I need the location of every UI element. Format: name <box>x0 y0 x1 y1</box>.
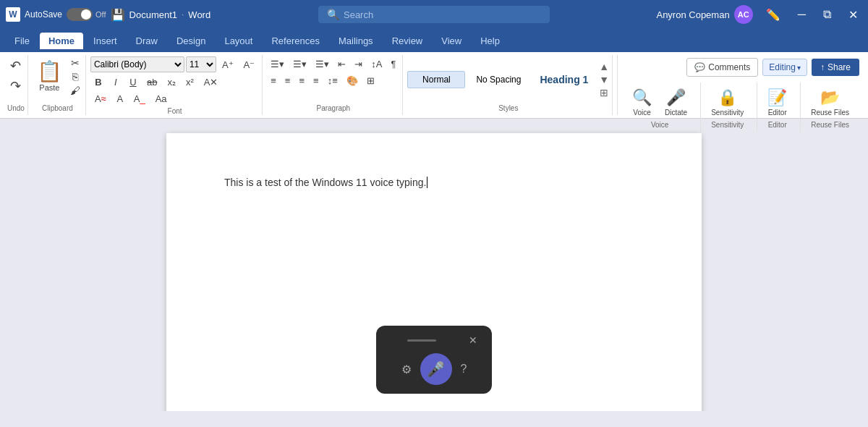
strikethrough-button[interactable]: ab <box>142 75 161 89</box>
undo-button[interactable]: ↶ <box>7 56 24 75</box>
redo-button[interactable]: ↷ <box>7 77 24 96</box>
line-spacing-button[interactable]: ↕≡ <box>324 73 341 88</box>
style-heading1[interactable]: Heading 1 <box>532 70 596 89</box>
clipboard-group-content: 📋 Paste ✂ ⎘ 🖌 <box>33 56 82 103</box>
underline-button[interactable]: U <box>125 75 141 89</box>
font-row3: A≈ A A_ Aa <box>90 91 259 106</box>
font-row2: B I U ab x₂ x² A✕ <box>90 75 259 89</box>
sort-button[interactable]: ↕A <box>367 56 386 71</box>
show-hide-button[interactable]: ¶ <box>387 56 399 71</box>
tab-view[interactable]: View <box>433 33 470 49</box>
styles-expand[interactable]: ⊞ <box>599 87 609 98</box>
tab-file[interactable]: File <box>6 33 38 49</box>
sensitivity-button[interactable]: 🔒 Sensitivity <box>707 85 748 119</box>
voice-label: Voice <box>633 109 650 117</box>
grow-font-button[interactable]: A⁺ <box>218 57 238 72</box>
restore-button[interactable]: ⧉ <box>819 7 835 22</box>
paragraph-label: Paragraph <box>316 104 350 114</box>
format-painter-button[interactable]: 🖌 <box>68 84 82 97</box>
bold-button[interactable]: B <box>90 75 106 89</box>
font-size-selector[interactable]: 11 <box>186 56 216 72</box>
editor-icon: 📝 <box>767 88 787 107</box>
superscript-button[interactable]: x² <box>182 75 198 89</box>
reuse-files-button[interactable]: 📂 Reuse Files <box>807 85 854 119</box>
font-group-content: Calibri (Body) 11 A⁺ A⁻ B I U ab x₂ x² A… <box>90 56 259 106</box>
tab-draw[interactable]: Draw <box>127 33 166 49</box>
style-normal[interactable]: Normal <box>407 71 465 88</box>
title-bar-left: W AutoSave Off 💾 Document1 · Word <box>6 7 287 22</box>
bullets-button[interactable]: ☰▾ <box>267 56 288 71</box>
tab-layout[interactable]: Layout <box>216 33 261 49</box>
close-button[interactable]: ✕ <box>844 7 862 23</box>
tab-review[interactable]: Review <box>383 33 432 49</box>
voice-settings-button[interactable]: ⚙ <box>401 363 412 376</box>
minimize-button[interactable]: ─ <box>793 7 810 22</box>
styles-group-content: Normal No Spacing Heading 1 ▲ ▼ ⊞ <box>407 56 609 103</box>
autosave-label: AutoSave <box>25 9 62 20</box>
style-no-spacing[interactable]: No Spacing <box>468 71 529 88</box>
toggle-off-label: Off <box>95 10 106 19</box>
italic-button[interactable]: I <box>108 75 124 89</box>
voice-search-button[interactable]: 🔍 Voice <box>628 85 656 119</box>
search-box[interactable]: 🔍 <box>318 6 550 23</box>
voice-help-button[interactable]: ? <box>461 363 467 376</box>
numbering-button[interactable]: ☰▾ <box>289 56 310 71</box>
editor-button[interactable]: 📝 Editor <box>763 85 791 119</box>
shading-button[interactable]: 🎨 <box>343 73 362 88</box>
justify-button[interactable]: ≡ <box>310 73 323 88</box>
tab-home[interactable]: Home <box>40 33 83 49</box>
clipboard-controls: 📋 Paste ✂ ⎘ 🖌 <box>33 56 82 97</box>
subscript-button[interactable]: x₂ <box>163 75 180 89</box>
search-input[interactable] <box>344 9 524 20</box>
multilevel-button[interactable]: ☰▾ <box>312 56 333 71</box>
shrink-font-button[interactable]: A⁻ <box>239 57 260 72</box>
comments-button[interactable]: 💬 Comments <box>686 58 758 77</box>
voice-controls: ⚙ 🎤 ? <box>401 353 467 385</box>
align-right-button[interactable]: ≡ <box>295 73 308 88</box>
borders-button[interactable]: ⊞ <box>363 73 378 88</box>
voice-drag-handle[interactable] <box>407 339 436 342</box>
paste-button[interactable]: 📋 Paste <box>33 56 67 97</box>
tab-design[interactable]: Design <box>168 33 214 49</box>
save-icon[interactable]: 💾 <box>111 8 125 22</box>
voice-group-label: Voice <box>651 121 668 129</box>
tab-mailings[interactable]: Mailings <box>330 33 382 49</box>
editor-group: 📝 Editor Editor <box>757 83 797 132</box>
document-title: Document1 <box>129 9 177 20</box>
styles-scroll-up[interactable]: ▲ <box>599 61 609 72</box>
styles-scroll-down[interactable]: ▼ <box>599 74 609 85</box>
sensitivity-group: 🔒 Sensitivity Sensitivity <box>700 83 754 132</box>
dictate-button[interactable]: 🎤 Dictate <box>660 85 692 119</box>
decrease-indent-button[interactable]: ⇤ <box>334 56 349 71</box>
tab-help[interactable]: Help <box>472 33 509 49</box>
document-body-text[interactable]: This is a test of the Windows 11 voice t… <box>224 177 644 188</box>
tab-references[interactable]: References <box>263 33 328 49</box>
document-page[interactable]: This is a test of the Windows 11 voice t… <box>166 133 702 411</box>
voice-mic-button[interactable]: 🎤 <box>420 353 452 385</box>
undo-group: ↶ ↷ Undo <box>4 55 28 115</box>
align-left-button[interactable]: ≡ <box>267 73 280 88</box>
font-color-button[interactable]: A_ <box>129 91 150 106</box>
autosave-toggle[interactable]: Off <box>67 8 106 21</box>
pen-icon[interactable]: ✏️ <box>762 7 785 23</box>
autosave-switch[interactable] <box>67 8 93 21</box>
cut-button[interactable]: ✂ <box>68 56 82 69</box>
sensitivity-group-label: Sensitivity <box>711 121 744 129</box>
increase-indent-button[interactable]: ⇥ <box>351 56 366 71</box>
editing-button[interactable]: Editing ▾ <box>762 59 807 76</box>
clear-formatting-button[interactable]: A✕ <box>200 75 223 89</box>
align-center-button[interactable]: ≡ <box>281 73 294 88</box>
font-caps-button[interactable]: Aa <box>151 91 171 106</box>
voice-close-button[interactable]: ✕ <box>469 334 477 346</box>
document-area[interactable]: This is a test of the Windows 11 voice t… <box>0 119 868 411</box>
share-button[interactable]: ↑ Share <box>812 59 859 76</box>
para-row2: ≡ ≡ ≡ ≡ ↕≡ 🎨 ⊞ <box>267 73 399 88</box>
voice-typing-widget: ✕ ⚙ 🎤 ? <box>376 326 492 394</box>
tab-insert[interactable]: Insert <box>85 33 126 49</box>
copy-button[interactable]: ⎘ <box>68 70 82 83</box>
highlight-button[interactable]: A <box>112 91 128 106</box>
text-effects-button[interactable]: A≈ <box>90 91 111 106</box>
paragraph-group: ☰▾ ☰▾ ☰▾ ⇤ ⇥ ↕A ¶ ≡ ≡ ≡ ≡ ↕≡ 🎨 ⊞ <box>264 55 403 115</box>
font-name-selector[interactable]: Calibri (Body) <box>90 56 184 72</box>
user-info: Anyron Copeman AC <box>656 5 752 24</box>
